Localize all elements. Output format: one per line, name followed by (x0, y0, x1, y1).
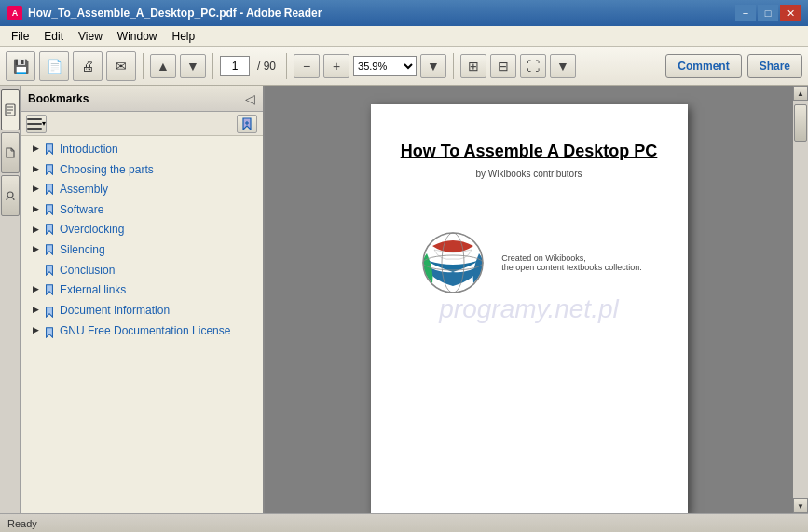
fit-width-button[interactable]: ⊞ (460, 54, 486, 78)
next-page-button[interactable]: ▼ (180, 54, 206, 78)
bookmark-gnu-license[interactable]: ▶ GNU Free Documentation License (21, 321, 263, 342)
fit-page-button[interactable]: ⊟ (490, 54, 516, 78)
expand-icon: ▶ (30, 224, 41, 235)
status-text: Ready (7, 518, 37, 529)
scrollbar-track (793, 101, 808, 498)
toolbar-separator-2 (212, 53, 213, 79)
logo-line1: Created on Wikibooks, (501, 253, 642, 263)
page-number-input[interactable] (220, 56, 250, 76)
bookmark-label: Silencing (60, 243, 257, 258)
new-bookmark-button[interactable] (237, 115, 257, 133)
statusbar: Ready (0, 513, 808, 532)
bookmark-label: Document Information (60, 304, 257, 319)
close-panel-button[interactable]: ◁ (245, 91, 255, 106)
fullscreen-button[interactable]: ⛶ (520, 54, 546, 78)
bookmarks-header: Bookmarks ◁ (21, 86, 263, 112)
maximize-button[interactable]: □ (758, 5, 778, 21)
expand-icon (30, 265, 41, 276)
zoom-out-button[interactable]: − (294, 54, 320, 78)
bookmark-label: Introduction (60, 143, 257, 157)
svg-rect-7 (27, 128, 42, 130)
expand-icon: ▶ (30, 204, 41, 215)
bookmark-introduction[interactable]: ▶ Introduction (21, 140, 263, 160)
expand-icon: ▶ (30, 325, 41, 336)
signatures-tab[interactable] (1, 175, 20, 216)
scroll-up-button[interactable]: ▲ (793, 86, 808, 101)
bookmark-software[interactable]: ▶ Software (21, 200, 263, 221)
menu-view[interactable]: View (71, 28, 110, 45)
wikibooks-logo (416, 225, 490, 300)
zoom-select[interactable]: 35.9% 50% 75% 100% (353, 56, 417, 76)
scrollbar-thumb[interactable] (794, 104, 807, 142)
bookmark-conclusion[interactable]: Conclusion (21, 261, 263, 281)
bookmark-label: GNU Free Documentation License (60, 324, 257, 339)
titlebar-left: A How_To_Assemble_A_Desktop_PC.pdf - Ado… (7, 6, 322, 20)
expand-icon: ▶ (30, 244, 41, 255)
prev-page-button[interactable]: ▲ (150, 54, 176, 78)
toolbar-separator-1 (143, 53, 144, 79)
bookmarks-options-button[interactable]: ▾ (26, 115, 47, 133)
expand-icon: ▶ (30, 305, 41, 316)
logo-caption: Created on Wikibooks, the open content t… (501, 253, 642, 272)
save-button[interactable]: 💾 (6, 51, 35, 81)
bookmark-icon (43, 264, 56, 277)
toolbar: 💾 📄 🖨 ✉ ▲ ▼ / 90 − + 35.9% 50% 75% 100% … (0, 47, 808, 86)
zoom-in-button[interactable]: + (323, 54, 349, 78)
attachments-tab[interactable] (1, 132, 20, 173)
bookmarks-title: Bookmarks (28, 92, 89, 105)
panels-area: Bookmarks ◁ ▾ (0, 86, 808, 513)
menu-file[interactable]: File (4, 28, 36, 45)
bookmarks-toolbar: ▾ (21, 112, 263, 136)
print-preview-button[interactable]: 📄 (39, 51, 69, 81)
document-logo: Created on Wikibooks, the open content t… (416, 225, 642, 300)
scroll-down-button[interactable]: ▼ (793, 498, 808, 513)
app-icon: A (7, 6, 22, 20)
bookmark-icon (43, 143, 56, 156)
bookmark-icon (43, 223, 56, 236)
document-view: How To Assemble A Desktop PC by Wikibook… (265, 86, 793, 513)
bookmark-choosing-parts[interactable]: ▶ Choosing the parts (21, 160, 263, 181)
print-button[interactable]: 🖨 (73, 51, 103, 81)
bookmark-label: External links (60, 283, 257, 298)
email-button[interactable]: ✉ (106, 51, 136, 81)
bookmark-silencing[interactable]: ▶ Silencing (21, 240, 263, 261)
bookmark-label: Software (60, 203, 257, 218)
toolbar-separator-3 (286, 53, 287, 79)
menu-window[interactable]: Window (110, 28, 165, 45)
expand-icon: ▶ (30, 143, 41, 155)
comment-button[interactable]: Comment (665, 54, 741, 78)
svg-rect-6 (27, 123, 42, 125)
toolbar-separator-4 (453, 53, 454, 79)
expand-icon: ▶ (30, 284, 41, 295)
bookmark-icon (43, 306, 56, 319)
bookmark-label: Conclusion (60, 264, 257, 279)
zoom-dropdown-button[interactable]: ▼ (420, 54, 446, 78)
bookmark-icon (43, 243, 56, 256)
share-button[interactable]: Share (747, 54, 802, 78)
bookmark-label: Choosing the parts (60, 163, 257, 178)
document-page: How To Assemble A Desktop PC by Wikibook… (371, 104, 688, 513)
window-title: How_To_Assemble_A_Desktop_PC.pdf - Adobe… (28, 7, 322, 20)
bookmark-external-links[interactable]: ▶ External links (21, 280, 263, 301)
bookmarks-tab[interactable] (1, 89, 20, 130)
tools-dropdown-button[interactable]: ▼ (550, 54, 576, 78)
titlebar-buttons: − □ ✕ (735, 5, 801, 21)
close-button[interactable]: ✕ (780, 5, 801, 21)
menu-help[interactable]: Help (165, 28, 203, 45)
svg-point-4 (7, 192, 13, 198)
toolbar-right: Comment Share (665, 54, 802, 78)
left-panel-tabs (0, 86, 21, 513)
bookmarks-panel: Bookmarks ◁ ▾ (21, 86, 265, 513)
document-subtitle: by Wikibooks contributors (476, 169, 582, 179)
expand-icon: ▶ (30, 184, 41, 195)
document-title: How To Assemble A Desktop PC (401, 142, 658, 161)
bookmark-icon (43, 203, 56, 216)
bookmark-overclocking[interactable]: ▶ Overclocking (21, 220, 263, 240)
minimize-button[interactable]: − (735, 5, 756, 21)
bookmark-document-info[interactable]: ▶ Document Information (21, 301, 263, 321)
logo-line2: the open content textbooks collection. (501, 263, 642, 272)
bookmark-assembly[interactable]: ▶ Assembly (21, 180, 263, 200)
menu-edit[interactable]: Edit (36, 28, 71, 45)
bookmark-icon (43, 283, 56, 296)
bookmark-label: Overclocking (60, 223, 257, 238)
